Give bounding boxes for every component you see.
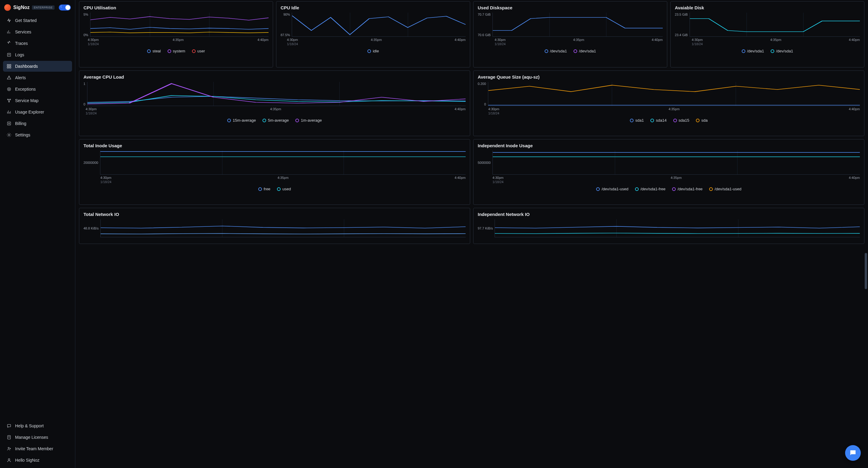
plot-area[interactable] (90, 13, 269, 37)
plot-area[interactable] (292, 13, 466, 37)
xtick: 4:35pm (270, 107, 281, 111)
plot-area[interactable] (488, 82, 860, 106)
legend-item[interactable]: free (258, 187, 270, 191)
xticks: 4:30pm4:35pm4:40pm (493, 176, 860, 179)
scrollbar[interactable] (864, 0, 867, 468)
legend-item[interactable]: sda15 (673, 118, 689, 123)
sidebar-item-help[interactable]: Help & Support (3, 421, 72, 431)
chart[interactable]: 5%0%4:30pm4:35pm4:40pm1/18/24stealsystem… (84, 13, 269, 64)
panel-availDisk: Avaiable Disk23.5 GiB23.4 GiB4:30pm4:35p… (670, 1, 864, 67)
panel-title: Total Inode Usage (84, 143, 466, 148)
sidebar-item-billing[interactable]: Billing (3, 118, 72, 129)
xdate: 1/18/24 (88, 42, 269, 46)
legend-item[interactable]: sda1 (630, 118, 644, 123)
legend-item[interactable]: /dev/sda1 (545, 49, 567, 53)
sidebar-item-licenses[interactable]: Manage Licenses (3, 432, 72, 443)
legend-item[interactable]: /dev/sda1 (574, 49, 596, 53)
legend-item[interactable]: steal (147, 49, 161, 53)
plot-area[interactable] (100, 219, 466, 237)
legend-item[interactable]: /dev/sda1-used (596, 187, 628, 191)
chart[interactable]: 90%87.5%4:30pm4:35pm4:40pm1/18/24idle (281, 13, 466, 64)
chart[interactable]: 23.5 GiB23.4 GiB4:30pm4:35pm4:40pm1/18/2… (675, 13, 860, 64)
legend-swatch-icon (367, 49, 371, 53)
brand-row: SigNoz ENTERPRISE (3, 2, 72, 15)
legend-label: /dev/sda1-free (678, 187, 703, 191)
legend: idle (281, 49, 466, 53)
sidebar-item-settings[interactable]: Settings (3, 130, 72, 140)
chart[interactable]: 48.8 KiB/s (84, 219, 466, 241)
legend-swatch-icon (545, 49, 548, 53)
plot-area[interactable] (495, 219, 860, 237)
legend-item[interactable]: /dev/sda1 (742, 49, 764, 53)
legend-item[interactable]: /dev/sda1-free (672, 187, 703, 191)
chat-launcher-button[interactable] (845, 445, 861, 461)
sidebar-item-get-started[interactable]: Get Started (3, 15, 72, 26)
sidebar: SigNoz ENTERPRISE Get StartedServicesTra… (0, 0, 75, 468)
legend: /dev/sda1-used/dev/sda1-free/dev/sda1-fr… (478, 187, 860, 191)
chart[interactable]: 50000004:30pm4:35pm4:40pm1/18/24/dev/sda… (478, 151, 860, 201)
legend-item[interactable]: user (192, 49, 205, 53)
scrollbar-thumb[interactable] (865, 253, 867, 289)
legend-swatch-icon (574, 49, 577, 53)
sidebar-item-invite[interactable]: Invite Team Member (3, 443, 72, 454)
plot-area[interactable] (689, 13, 860, 37)
legend-item[interactable]: system (167, 49, 185, 53)
legend-item[interactable]: /dev/sda1 (771, 49, 793, 53)
legend-label: 15m-average (233, 118, 256, 123)
dashboards-icon (7, 64, 11, 69)
chart[interactable]: 0.20004:30pm4:35pm4:40pm1/18/24sda1sda14… (478, 82, 860, 133)
service-map-icon (7, 98, 11, 103)
legend-swatch-icon (650, 119, 654, 122)
chart[interactable]: 70.7 GiB70.6 GiB4:30pm4:35pm4:40pm1/18/2… (478, 13, 663, 64)
sidebar-item-alerts[interactable]: Alerts (3, 72, 72, 83)
brand-logo-icon (4, 4, 11, 11)
legend-item[interactable]: used (277, 187, 291, 191)
sidebar-item-traces[interactable]: Traces (3, 38, 72, 49)
legend-item[interactable]: idle (367, 49, 379, 53)
sidebar-item-label: Help & Support (15, 424, 44, 428)
legend-swatch-icon (742, 49, 745, 53)
legend: 15m-average5m-average1m-average (84, 118, 466, 123)
legend-label: sda14 (656, 118, 666, 123)
legend-label: sda15 (679, 118, 689, 123)
plot-area[interactable] (100, 151, 466, 175)
sidebar-item-services[interactable]: Services (3, 27, 72, 37)
xtick: 4:40pm (257, 38, 269, 41)
legend-label: sda1 (635, 118, 644, 123)
theme-toggle[interactable] (59, 4, 71, 10)
xticks: 4:30pm4:35pm4:40pm (86, 107, 466, 111)
legend-item[interactable]: /dev/sda1-free (635, 187, 665, 191)
plot-area[interactable] (493, 13, 663, 37)
sidebar-item-dashboards[interactable]: Dashboards (3, 61, 72, 72)
traces-icon (7, 41, 11, 46)
legend-item[interactable]: 1m-average (296, 118, 321, 123)
sidebar-item-usage-explorer[interactable]: Usage Explorer (3, 107, 72, 118)
hello-icon (7, 458, 11, 463)
xtick: 4:30pm (493, 176, 504, 179)
plot-area[interactable] (493, 151, 860, 175)
chart[interactable]: 200000004:30pm4:35pm4:40pm1/18/24freeuse… (84, 151, 466, 201)
legend-item[interactable]: /dev/sda1-used (709, 187, 741, 191)
legend-item[interactable]: 5m-average (262, 118, 289, 123)
sidebar-item-exceptions[interactable]: Exceptions (3, 84, 72, 95)
legend-swatch-icon (630, 119, 633, 122)
xtick: 4:30pm (287, 38, 298, 41)
legend-item[interactable]: sda (696, 118, 708, 123)
xdate: 1/18/24 (287, 42, 466, 46)
chart[interactable]: 104:30pm4:35pm4:40pm1/18/2415m-average5m… (84, 82, 466, 133)
nav-main: Get StartedServicesTracesLogsDashboardsA… (3, 15, 72, 140)
xdate: 1/18/24 (495, 42, 663, 46)
sidebar-item-hello[interactable]: Hello SigNoz (3, 455, 72, 466)
plot-area[interactable] (87, 82, 466, 106)
xtick: 4:35pm (371, 38, 382, 41)
ytick: 5000000 (478, 161, 491, 164)
legend-item[interactable]: 15m-average (227, 118, 256, 123)
sidebar-item-logs[interactable]: Logs (3, 49, 72, 60)
sidebar-item-label: Services (15, 30, 31, 34)
legend-item[interactable]: sda14 (650, 118, 666, 123)
chart[interactable]: 97.7 KiB/s (478, 219, 860, 241)
legend-label: 5m-average (268, 118, 289, 123)
sidebar-item-service-map[interactable]: Service Map (3, 95, 72, 106)
xdate: 1/18/24 (86, 111, 466, 115)
xticks: 4:30pm4:35pm4:40pm (488, 107, 860, 111)
